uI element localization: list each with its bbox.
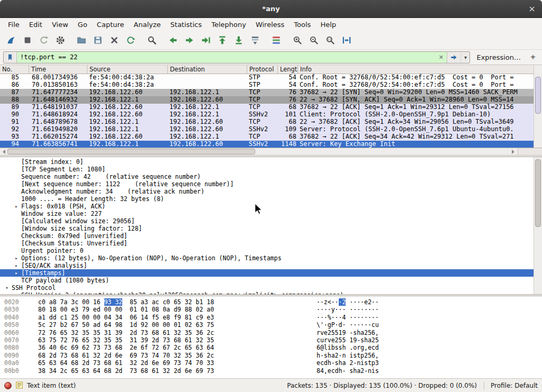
hscroll-left-arrow[interactable] [0, 148, 7, 155]
hex-row-0040[interactable]: 0040a1 dd c1 25 00 00 04 34 06 14 f5 e8 … [0, 314, 542, 321]
save-file-button[interactable] [89, 32, 106, 48]
column-header-time[interactable]: Time [29, 65, 87, 74]
hscroll-right-arrow[interactable] [509, 148, 517, 155]
column-header-protocol[interactable]: Protocol [247, 65, 278, 74]
packet-row-94[interactable]: 9471.663856741192.168.122.1192.168.122.6… [0, 141, 534, 148]
zoom-original-button[interactable]: 1:1 [322, 32, 338, 48]
detail-line[interactable]: Window size value: 227 [0, 210, 534, 217]
capture-options-button[interactable] [52, 32, 68, 48]
expander-icon[interactable]: ▸ [12, 262, 21, 269]
detail-line[interactable]: TCP payload (1080 bytes) [0, 277, 534, 284]
zoom-out-button[interactable] [305, 32, 322, 48]
menu-statistics[interactable]: Statistics [166, 19, 206, 30]
details-vscroll-thumb[interactable] [535, 159, 541, 227]
status-profile[interactable]: Profile: Default [484, 382, 538, 389]
packet-list-vscroll-thumb[interactable] [535, 77, 541, 114]
reload-button[interactable] [122, 32, 139, 48]
hex-row-0070[interactable]: 007063 75 72 76 65 32 35 35 31 39 2d 73 … [0, 336, 542, 344]
packet-row-89[interactable]: 8971.648191037192.168.122.60192.168.122.… [0, 104, 534, 111]
hex-row-0050[interactable]: 00505c 27 b2 67 50 ad 64 98 1d 92 00 00 … [0, 321, 542, 329]
detail-line[interactable]: ▸SSH Version 2 (encryption:chacha20-poly… [0, 291, 534, 294]
packet-row-86[interactable]: 8670.013850163fe:54:00:d4:38:2aSTP54Conf… [0, 81, 534, 89]
column-header-no[interactable]: No. [0, 65, 29, 74]
menu-capture[interactable]: Capture [92, 19, 129, 30]
packet-list-vscrollbar[interactable] [534, 65, 542, 148]
expander-icon[interactable]: ▾ [2, 284, 12, 291]
restart-capture-button[interactable] [35, 32, 52, 48]
hex-row-0080[interactable]: 008036 40 6c 69 62 73 73 68 2e 6f 72 67 … [0, 344, 542, 351]
detail-line[interactable]: 1000 .... = Header Length: 32 bytes (8) [0, 195, 534, 203]
titlebar[interactable]: *any × [0, 0, 542, 18]
detail-line[interactable]: [TCP Segment Len: 1080] [0, 166, 534, 173]
filter-clear-icon[interactable]: ✕ [435, 52, 447, 63]
window-close-button[interactable]: × [527, 4, 537, 14]
hex-row-0060[interactable]: 006072 76 65 32 35 35 31 39 2d 73 68 61 … [0, 329, 542, 336]
auto-scroll-button[interactable] [247, 32, 263, 48]
filter-dropdown-chevron-icon[interactable]: ▾ [460, 52, 469, 63]
expander-icon[interactable]: ▸ [12, 254, 21, 262]
packet-row-92[interactable]: 9271.661949820192.168.122.1192.168.122.6… [0, 126, 534, 133]
go-last-button[interactable] [230, 32, 247, 48]
detail-line[interactable]: ▸Flags: 0x018 (PSH, ACK) [0, 203, 534, 210]
expression-button[interactable]: Expression… [473, 53, 524, 61]
column-header-source[interactable]: Source [87, 65, 168, 74]
menu-view[interactable]: View [47, 19, 73, 30]
hscroll-thumb[interactable] [7, 149, 255, 154]
detail-line[interactable]: Acknowledgment number: 34 (relative ack … [0, 188, 534, 195]
details-vscrollbar[interactable] [534, 157, 542, 294]
packet-row-85[interactable]: 8568.001734936fe:54:00:d4:38:2aSTP54Conf… [0, 74, 534, 81]
hex-row-00b0[interactable]: 00b038 34 2c 65 63 64 68 2d 73 68 61 32 … [0, 367, 542, 375]
go-to-packet-button[interactable] [197, 32, 214, 48]
filter-apply-button[interactable] [447, 52, 460, 63]
expander-icon[interactable]: ▸ [12, 291, 21, 294]
packet-row-90[interactable]: 9071.648618924192.168.122.60192.168.122.… [0, 111, 534, 118]
go-first-button[interactable] [214, 32, 230, 48]
menu-analyze[interactable]: Analyze [129, 19, 166, 30]
hex-row-00a0[interactable]: 00a065 63 64 68 2d 73 68 61 32 2d 6e 69 … [0, 359, 542, 367]
detail-line[interactable]: Checksum: 0x79ed [unverified] [0, 232, 534, 240]
column-header-destination[interactable]: Destination [168, 65, 247, 74]
expert-info-icon[interactable] [4, 382, 12, 389]
detail-line[interactable]: Urgent pointer: 0 [0, 247, 534, 254]
menu-help[interactable]: Help [315, 19, 341, 30]
go-back-button[interactable] [165, 32, 181, 48]
detail-line[interactable]: ▾SSH Protocol [0, 284, 534, 291]
open-file-button[interactable] [73, 32, 89, 48]
zoom-in-button[interactable] [289, 32, 305, 48]
detail-line[interactable]: ▸Options: (12 bytes), No-Operation (NOP)… [0, 254, 534, 262]
detail-line[interactable]: [Checksum Status: Unverified] [0, 240, 534, 247]
find-packet-button[interactable] [143, 32, 160, 48]
detail-line[interactable]: [Calculated window size: 29056] [0, 217, 534, 225]
menu-tools[interactable]: Tools [289, 19, 315, 30]
packet-row-93[interactable]: 9371.662015274192.168.122.60192.168.122.… [0, 133, 534, 141]
packet-row-88[interactable]: 8871.648146932192.168.122.1192.168.122.6… [0, 96, 534, 104]
menu-edit[interactable]: Edit [24, 19, 47, 30]
detail-line[interactable]: ▸[SEQ/ACK analysis] [0, 262, 534, 269]
stop-capture-button[interactable] [19, 32, 35, 48]
packet-list-hscrollbar[interactable] [0, 148, 542, 156]
filter-bookmark-icon[interactable] [4, 52, 17, 63]
go-forward-button[interactable] [181, 32, 197, 48]
filter-input[interactable] [17, 52, 435, 63]
start-capture-button[interactable] [3, 32, 19, 48]
detail-line[interactable]: [Next sequence number: 1122 (relative se… [0, 180, 534, 188]
detail-line[interactable]: [Stream index: 0] [0, 158, 534, 166]
detail-line[interactable]: [Window size scaling factor: 128] [0, 225, 534, 232]
expander-icon[interactable]: ▸ [12, 269, 21, 277]
colorize-button[interactable] [268, 32, 284, 48]
menu-file[interactable]: File [3, 19, 24, 30]
detail-line[interactable]: Sequence number: 42 (relative sequence n… [0, 173, 534, 180]
resize-columns-button[interactable] [338, 32, 355, 48]
menu-telephony[interactable]: Telephony [206, 19, 251, 30]
menu-go[interactable]: Go [73, 19, 92, 30]
expander-icon[interactable]: ▸ [12, 203, 21, 210]
hex-row-0090[interactable]: 009068 2d 73 68 61 32 2d 6e 69 73 74 70 … [0, 352, 542, 359]
packet-row-87[interactable]: 8771.647777234192.168.122.60192.168.122.… [0, 89, 534, 96]
close-file-button[interactable] [106, 32, 122, 48]
menu-wireless[interactable]: Wireless [251, 19, 289, 30]
column-header-length[interactable]: Length [278, 65, 298, 74]
packet-row-91[interactable]: 9171.648789678192.168.122.1192.168.122.6… [0, 118, 534, 126]
hex-row-0030[interactable]: 003080 18 00 e3 79 ed 00 00 01 01 08 0a … [0, 306, 542, 313]
column-header-info[interactable]: Info [298, 65, 542, 74]
capture-comment-icon[interactable] [15, 381, 23, 390]
